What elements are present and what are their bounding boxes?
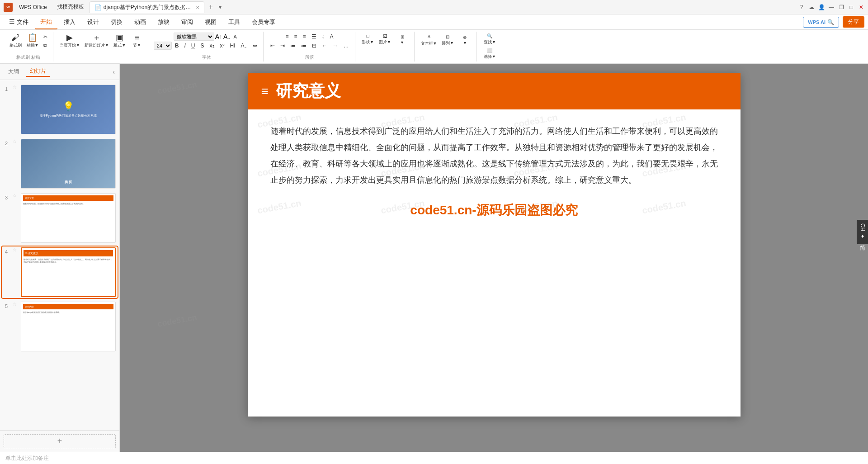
paste-button[interactable]: 📋 粘贴▼	[24, 33, 41, 49]
ribbon-tab-file[interactable]: ☰ 文件	[4, 15, 34, 29]
ribbon-tab-animation[interactable]: 动画	[129, 15, 151, 29]
list-button[interactable]: ≔	[288, 42, 298, 50]
current-start-button[interactable]: ▶ 当页开始▼	[58, 33, 82, 49]
font-size-down-icon[interactable]: A↓	[223, 33, 231, 40]
cloud-icon[interactable]: ☁	[808, 4, 815, 10]
sidebar-collapse-button[interactable]: ‹	[113, 68, 115, 76]
add-slide-button[interactable]: +	[4, 434, 116, 448]
ribbon-tab-play[interactable]: 放映	[152, 15, 175, 29]
bold-button[interactable]: B	[173, 42, 181, 50]
section-button[interactable]: ≡ 节▼	[129, 33, 145, 49]
para-row2: ⇤ ⇥ ≔ ≔ ⊟ ← → …	[268, 42, 351, 50]
slide-item-1[interactable]: 1 ☆ 💡 基于Python的热门旅游景点数据分析系统	[2, 84, 118, 135]
more-para-button[interactable]: …	[341, 42, 351, 50]
font-size-select[interactable]: 24	[154, 42, 172, 50]
spacing-button[interactable]: ⇔	[250, 42, 259, 50]
italic-button[interactable]: I	[182, 42, 188, 50]
add-tab-button[interactable]: ＋	[205, 2, 216, 12]
highlight-button[interactable]: HI	[228, 42, 238, 50]
ribbon-tab-switchover[interactable]: 切换	[105, 15, 128, 29]
ribbon-tab-insert[interactable]: 插入	[58, 15, 81, 29]
share-button[interactable]: 分享	[843, 16, 864, 28]
select-button[interactable]: ⬜ 选择▼	[481, 47, 498, 61]
notes-bar[interactable]: 单击此处添加备注	[0, 452, 868, 464]
format-painter-button[interactable]: 🖌 格式刷	[7, 33, 24, 49]
slide-item-4[interactable]: 4 ☆ ≡ 研究意义 随着时代的发展，信息技术得到广泛的应用给人们和生活注入了充…	[2, 246, 118, 298]
font-row2: 24 B I U S x₂ x² HI A⸒ ⇔	[154, 42, 259, 50]
tab-close-icon[interactable]: ✕	[196, 5, 199, 10]
align-left-button[interactable]: ≡	[283, 33, 291, 41]
wps-ai-button[interactable]: WPS AI 🔍	[803, 17, 839, 28]
more-tools-button[interactable]: ⊕ ▼	[457, 34, 473, 46]
shapes-row: □ 形状▼ 🖼 图片▼ ⊞ ▼	[360, 33, 410, 46]
tab-templates[interactable]: 找模壳模板	[52, 1, 89, 13]
ribbon-group-find: 🔍 查找▼ ⬜ 选择▼	[478, 32, 501, 62]
indent-increase-button[interactable]: →	[330, 42, 340, 50]
slide-star-2: ☆	[13, 139, 18, 144]
slide-item-3[interactable]: 3 ☆ 研究背景 随着时代的发展，信息技术得到广泛的应用给人们和生活注入了充沛的…	[2, 192, 118, 244]
strikethrough-button[interactable]: S	[198, 42, 207, 50]
tab-templates-label: 找模壳模板	[57, 3, 84, 11]
close-button[interactable]: ✕	[858, 4, 864, 10]
align-center-button[interactable]: ≡	[292, 33, 300, 41]
title-bar: W WPS Office 找模壳模板 📄 django基于Python的热门景点…	[0, 0, 868, 14]
minimize-button[interactable]: —	[828, 4, 835, 10]
numbered-list-button[interactable]: ≔	[299, 42, 309, 50]
layout-button[interactable]: ▣ 版式▼	[112, 33, 128, 49]
font-size-group-button[interactable]: A	[328, 33, 336, 41]
clipboard-label: 格式刷 粘贴	[16, 54, 40, 61]
ch-button[interactable]: CH ♦ 简	[857, 220, 868, 244]
ribbon-tab-design[interactable]: 设计	[82, 15, 104, 29]
select-label: 选择▼	[484, 54, 496, 60]
indent-left-button[interactable]: ⇤	[268, 42, 277, 50]
col-button[interactable]: ⊟	[310, 42, 319, 50]
shape-button[interactable]: □ 形状▼	[360, 33, 376, 46]
font-size-up-icon[interactable]: A↑	[215, 33, 222, 40]
line-spacing-button[interactable]: ↕	[320, 33, 327, 41]
ribbon-tab-view[interactable]: 视图	[199, 15, 222, 29]
more-shapes-button[interactable]: ⊞ ▼	[394, 33, 410, 46]
ribbon-tab-review[interactable]: 审阅	[176, 15, 198, 29]
restore-button[interactable]: ❐	[838, 4, 844, 10]
user-icon[interactable]: 👤	[818, 4, 825, 10]
maximize-button[interactable]: □	[848, 4, 854, 10]
slide-thumb-3: 研究背景 随着时代的发展，信息技术得到广泛的应用给人们和生活注入了充沛的活力。	[21, 193, 116, 243]
align-right-button[interactable]: ≡	[301, 33, 308, 41]
picture-icon: 🖼	[383, 33, 387, 38]
ribbon-tab-members[interactable]: 会员专享	[246, 15, 281, 29]
underline-button[interactable]: U	[189, 42, 198, 50]
superscript-button[interactable]: x²	[218, 42, 227, 50]
indent-right-button[interactable]: ⇥	[278, 42, 287, 50]
font-family-select[interactable]: 微软雅黑	[174, 33, 214, 41]
ribbon-tab-tools[interactable]: 工具	[223, 15, 245, 29]
ribbon-tab-start[interactable]: 开始	[35, 15, 57, 29]
font-color-button[interactable]: A	[231, 33, 239, 40]
indent-decrease-button[interactable]: ←	[320, 42, 330, 50]
picture-button[interactable]: 🖼 图片▼	[377, 33, 393, 46]
tab-wps-office[interactable]: WPS Office	[14, 2, 52, 12]
new-slide-button[interactable]: ＋ 新建幻灯片▼	[83, 33, 111, 49]
sidebar-tab-outline[interactable]: 大纲	[5, 67, 23, 76]
help-icon[interactable]: ?	[798, 4, 805, 10]
cut-button[interactable]: ✂	[42, 33, 49, 41]
subscript-button[interactable]: x₂	[208, 42, 217, 50]
tab-document[interactable]: 📄 django基于Python的热门景点数据分析系统 ✕	[90, 1, 204, 13]
copy-button[interactable]: ⧉	[42, 42, 49, 49]
canvas-area: code51.cn code51.cn code51.cn code51.cn …	[120, 64, 868, 452]
arrange-button[interactable]: ⊟ 排列▼	[439, 33, 456, 47]
align-justify-button[interactable]: ☰	[309, 33, 319, 41]
textbox-button[interactable]: Ａ 文本框▼	[419, 33, 439, 47]
text-row: Ａ 文本框▼ ⊟ 排列▼ ⊕ ▼	[419, 33, 473, 47]
expand-tabs-button[interactable]: ▾	[217, 4, 223, 10]
new-slide-label: 新建幻灯片▼	[85, 43, 109, 48]
slide-star-5: ☆	[13, 302, 18, 307]
sidebar-tab-slides[interactable]: 幻灯片	[26, 66, 50, 77]
sidebar: 大纲 幻灯片 ‹ 1 ☆ 💡 基于Python的热门旅游景点数据分析系统 2 ☆	[0, 64, 120, 452]
slide-item-2[interactable]: 2 ☆ 摘 要	[2, 138, 118, 189]
slide-header-icon: ≡	[261, 84, 269, 99]
slide-item-5[interactable]: 5 ☆ 研究内容 基于django框架的热门旅游景点数据分析系统。	[2, 301, 118, 352]
shape-icon: □	[367, 33, 369, 38]
font-shadow-button[interactable]: A⸒	[239, 42, 250, 50]
section-icon: ≡	[135, 33, 140, 42]
find-button[interactable]: 🔍 查找▼	[481, 33, 498, 46]
